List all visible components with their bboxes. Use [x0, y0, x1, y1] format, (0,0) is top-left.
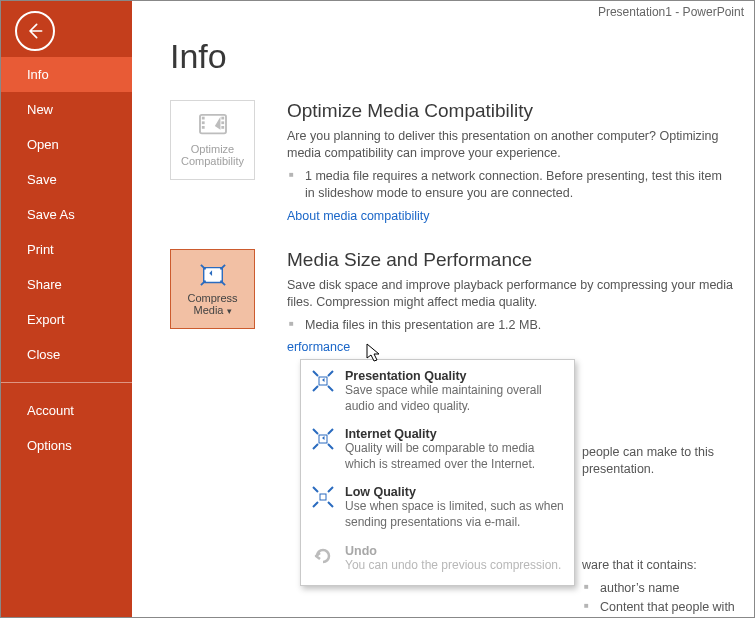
sidebar-item-print[interactable]: Print — [1, 232, 132, 267]
sidebar-separator — [1, 382, 132, 383]
svg-rect-7 — [203, 267, 222, 282]
menu-item-title: Internet Quality — [345, 427, 564, 441]
bullet-item: Media files in this presentation are 1.2… — [305, 317, 734, 335]
tile-label: Media ▾ — [193, 304, 231, 316]
main-panel: Presentation1 - PowerPoint Info Optimize… — [132, 1, 754, 617]
sidebar-item-close[interactable]: Close — [1, 337, 132, 372]
svg-rect-1 — [201, 117, 204, 120]
media-performance-link[interactable]: erformance — [287, 340, 350, 354]
bullet-item: Content that people with disabilities ar… — [600, 599, 754, 618]
backstage-sidebar: Info New Open Save Save As Print Share E… — [1, 1, 132, 617]
bullet-item: 1 media file requires a network connecti… — [305, 168, 734, 203]
svg-rect-10 — [320, 494, 326, 500]
sidebar-item-save[interactable]: Save — [1, 162, 132, 197]
menu-item-low-quality[interactable]: Low Quality Use when space is limited, s… — [301, 480, 574, 538]
menu-item-description: Quality will be comparable to media whic… — [345, 441, 564, 472]
section-heading: Optimize Media Compatibility — [287, 100, 734, 122]
section-description: Save disk space and improve playback per… — [287, 277, 734, 311]
svg-rect-5 — [221, 121, 224, 124]
tile-label: Compress — [187, 292, 237, 304]
menu-item-title: Low Quality — [345, 485, 564, 499]
svg-rect-4 — [221, 117, 224, 120]
menu-item-description: Use when space is limited, such as when … — [345, 499, 564, 530]
sidebar-item-saveas[interactable]: Save As — [1, 197, 132, 232]
menu-item-presentation-quality[interactable]: Presentation Quality Save space while ma… — [301, 364, 574, 422]
optimize-compatibility-button[interactable]: Optimize Compatibility — [170, 100, 255, 180]
tile-label: Compatibility — [181, 155, 244, 167]
back-button[interactable] — [15, 11, 55, 51]
dropdown-caret-icon: ▾ — [227, 306, 232, 316]
menu-item-title: Undo — [345, 544, 564, 558]
svg-rect-9 — [319, 435, 327, 443]
sidebar-item-open[interactable]: Open — [1, 127, 132, 162]
page-title: Info — [170, 37, 734, 76]
menu-item-title: Presentation Quality — [345, 369, 564, 383]
back-arrow-icon — [25, 21, 45, 41]
undo-icon — [311, 544, 335, 568]
filmstrip-icon — [198, 113, 228, 139]
compress-icon — [311, 427, 335, 451]
tile-label: Optimize — [191, 143, 234, 155]
compress-icon — [311, 369, 335, 393]
about-media-compatibility-link[interactable]: About media compatibility — [287, 209, 429, 223]
media-size-section: Compress Media ▾ Media Size and Performa… — [170, 249, 734, 354]
section-description: Are you planning to deliver this present… — [287, 128, 734, 162]
menu-item-undo: Undo You can undo the previous compressi… — [301, 539, 574, 582]
svg-rect-6 — [221, 126, 224, 129]
title-bar-text: Presentation1 - PowerPoint — [598, 5, 744, 19]
menu-item-description: Save space while maintaining overall aud… — [345, 383, 564, 414]
compress-media-button[interactable]: Compress Media ▾ — [170, 249, 255, 329]
sidebar-item-options[interactable]: Options — [1, 428, 132, 463]
sidebar-item-share[interactable]: Share — [1, 267, 132, 302]
sidebar-item-account[interactable]: Account — [1, 393, 132, 428]
compress-media-dropdown: Presentation Quality Save space while ma… — [300, 359, 575, 586]
svg-rect-8 — [319, 377, 327, 385]
sidebar-item-export[interactable]: Export — [1, 302, 132, 337]
compress-media-icon — [198, 262, 228, 288]
sidebar-item-info[interactable]: Info — [1, 57, 132, 92]
svg-rect-2 — [201, 121, 204, 124]
compress-icon — [311, 485, 335, 509]
optimize-section: Optimize Compatibility Optimize Media Co… — [170, 100, 734, 223]
menu-item-internet-quality[interactable]: Internet Quality Quality will be compara… — [301, 422, 574, 480]
menu-item-description: You can undo the previous compression. — [345, 558, 564, 574]
section-heading: Media Size and Performance — [287, 249, 734, 271]
sidebar-item-new[interactable]: New — [1, 92, 132, 127]
svg-rect-3 — [201, 126, 204, 129]
bullet-item: author’s name — [600, 580, 754, 598]
